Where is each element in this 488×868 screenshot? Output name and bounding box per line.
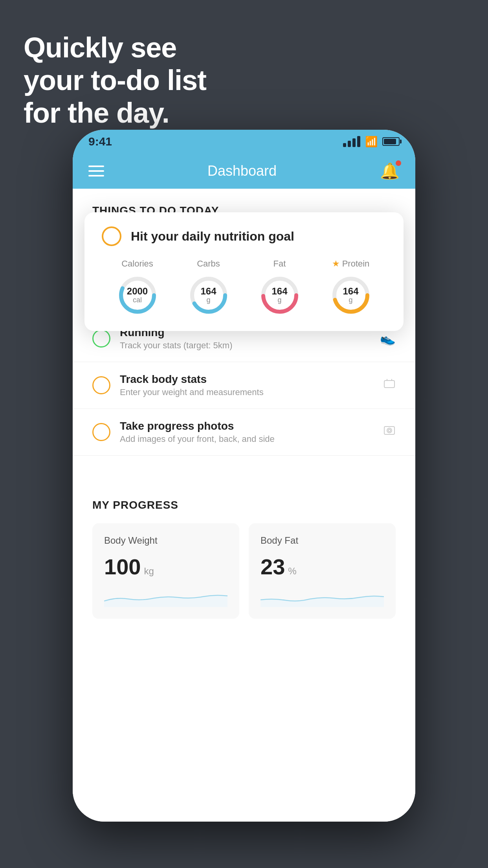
nutrition-fat: Fat 164 g <box>258 259 301 317</box>
running-subtitle: Track your stats (target: 5km) <box>120 340 380 351</box>
calories-donut: 2000 cal <box>116 274 159 317</box>
body-weight-value-row: 100 kg <box>104 554 227 579</box>
battery-icon <box>382 137 400 146</box>
calories-unit: cal <box>127 296 148 304</box>
svg-point-12 <box>387 428 392 433</box>
phone-frame: 9:41 📶 Dashboard 🔔 THINGS TO DO TOD <box>73 130 415 822</box>
body-fat-card[interactable]: Body Fat 23 % <box>249 523 396 619</box>
nav-title: Dashboard <box>207 163 277 179</box>
carbs-unit: g <box>200 296 216 304</box>
protein-donut: 164 g <box>329 274 372 317</box>
calories-value: 2000 <box>127 287 148 296</box>
scale-icon <box>383 377 396 393</box>
photos-subtitle: Add images of your front, back, and side <box>120 434 383 444</box>
fat-label: Fat <box>273 259 286 269</box>
nutrition-check-icon[interactable] <box>102 226 121 246</box>
running-check-icon[interactable] <box>92 329 110 348</box>
nutrition-card-title: Hit your daily nutrition goal <box>131 229 294 244</box>
photos-title: Take progress photos <box>120 420 383 432</box>
body-weight-unit: kg <box>144 566 154 577</box>
svg-rect-8 <box>384 381 394 388</box>
body-fat-value-row: 23 % <box>261 554 384 579</box>
photos-content: Take progress photos Add images of your … <box>120 420 383 444</box>
body-stats-title: Track body stats <box>120 373 383 386</box>
body-weight-card[interactable]: Body Weight 100 kg <box>92 523 239 619</box>
progress-header: MY PROGRESS <box>92 499 396 511</box>
body-stats-content: Track body stats Enter your weight and m… <box>120 373 383 397</box>
body-fat-number: 23 <box>261 554 285 579</box>
nutrition-card: Hit your daily nutrition goal Calories 2… <box>84 212 404 331</box>
fat-donut: 164 g <box>258 274 301 317</box>
wifi-icon: 📶 <box>365 136 378 148</box>
photos-check-icon[interactable] <box>92 423 110 441</box>
body-weight-number: 100 <box>104 554 141 579</box>
calories-label: Calories <box>121 259 153 269</box>
body-weight-chart <box>104 587 227 607</box>
carbs-value: 164 <box>200 287 216 296</box>
status-icons: 📶 <box>343 136 400 148</box>
fat-value: 164 <box>272 287 287 296</box>
nutrition-row: Calories 2000 cal Carbs <box>102 259 386 317</box>
headline: Quickly see your to-do list for the day. <box>24 31 206 129</box>
body-stats-check-icon[interactable] <box>92 376 110 394</box>
status-time: 9:41 <box>88 135 112 148</box>
body-fat-chart <box>261 587 384 607</box>
protein-unit: g <box>343 296 358 304</box>
protein-label: ★ Protein <box>332 259 370 269</box>
carbs-donut: 164 g <box>187 274 230 317</box>
body-fat-unit: % <box>288 566 296 577</box>
signal-icon <box>343 136 360 147</box>
nutrition-calories: Calories 2000 cal <box>116 259 159 317</box>
running-icon: 👟 <box>380 331 396 346</box>
protein-value: 164 <box>343 287 358 296</box>
nav-bar: Dashboard 🔔 <box>73 153 415 189</box>
nutrition-carbs: Carbs 164 g <box>187 259 230 317</box>
svg-point-13 <box>388 429 391 432</box>
progress-cards: Body Weight 100 kg Body Fat <box>92 523 396 619</box>
status-bar: 9:41 📶 <box>73 130 415 153</box>
todo-progress-photos[interactable]: Take progress photos Add images of your … <box>73 409 415 456</box>
hamburger-icon[interactable] <box>88 166 104 177</box>
body-stats-subtitle: Enter your weight and measurements <box>120 387 383 397</box>
progress-section: MY PROGRESS Body Weight 100 kg <box>73 479 415 631</box>
photo-icon <box>383 424 396 440</box>
todo-body-stats[interactable]: Track body stats Enter your weight and m… <box>73 362 415 409</box>
nutrition-protein: ★ Protein 164 g <box>329 259 372 317</box>
content-area: THINGS TO DO TODAY Hit your daily nutrit… <box>73 189 415 822</box>
fat-unit: g <box>272 296 287 304</box>
body-weight-title: Body Weight <box>104 535 227 546</box>
card-header: Hit your daily nutrition goal <box>102 226 386 246</box>
todo-list: Running Track your stats (target: 5km) 👟… <box>73 315 415 456</box>
star-icon: ★ <box>332 259 340 269</box>
body-fat-title: Body Fat <box>261 535 384 546</box>
bell-icon[interactable]: 🔔 <box>380 162 400 180</box>
carbs-label: Carbs <box>197 259 220 269</box>
